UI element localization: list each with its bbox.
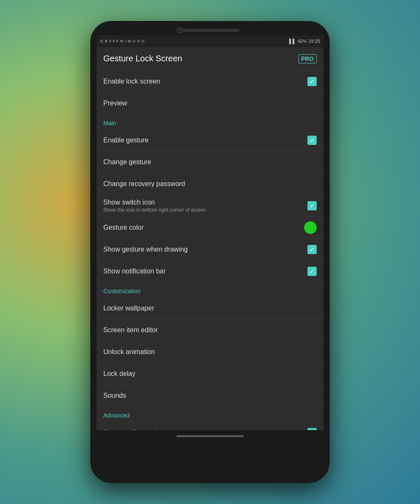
status-bar: ⊡ ⬇ F F F ✉ ↕ M ⊙ ⊙ ⊙ ▌▌ 42% 19:25 [97,35,323,47]
status-icons-right: ▌▌ 42% 19:25 [289,39,320,44]
list-item-change-recovery-password[interactable]: Change recovery password [97,173,323,195]
signal-icon: ▌▌ [289,39,296,44]
status-icon-f3: F [116,39,119,43]
checkbox-show-notification-bar-icon[interactable]: ✓ [307,428,317,430]
checkbox-enable-lock-screen[interactable]: ✓ [307,77,317,86]
label-sounds: Sounds [103,392,126,399]
status-icon-sim: ⊡ [100,39,103,43]
list-item-unlock-animation[interactable]: Unlock animation [97,341,323,363]
phone-speaker-top [181,29,239,32]
status-icon-sync: ↕ [125,39,127,43]
list-item-gesture-color[interactable]: Gesture color [97,217,323,239]
list-item-change-gesture[interactable]: Change gesture [97,151,323,173]
label-enable-gesture: Enable gesture [103,136,149,144]
status-icon-circle2: ⊙ [137,39,140,43]
label-unlock-animation: Unlock animation [103,348,155,356]
list-item-screen-item-editor[interactable]: Screen item editor [97,319,323,341]
list-item-show-notification-bar-icon[interactable]: Show notification bar icon ✓ [97,422,323,430]
app-bar: Gesture Lock Screen PRO [97,47,323,71]
phone-home-bar[interactable] [176,435,244,437]
label-preview: Preview [103,100,127,107]
section-header-customization: Customization [97,282,323,297]
sublabel-show-switch-icon: Show the icon in bottom right corner of … [103,207,206,213]
label-enable-lock-screen: Enable lock screen [103,78,160,85]
status-icon-f2: F [113,39,116,43]
section-header-main: Main [97,114,323,129]
list-item-preview[interactable]: Preview [97,92,323,114]
list-item-show-switch-icon[interactable]: Show switch icon Show the icon in bottom… [97,195,323,217]
section-header-advanced-text: Advanced [103,412,129,419]
label-show-gesture-drawing: Show gesture when drawing [103,246,188,253]
status-icon-f1: F [109,39,112,43]
label-screen-item-editor: Screen item editor [103,326,158,334]
checkbox-show-gesture-drawing[interactable]: ✓ [307,245,317,254]
status-icon-circle3: ⊙ [142,39,145,43]
list-item-enable-lock-screen[interactable]: Enable lock screen ✓ [97,71,323,92]
label-change-gesture: Change gesture [103,158,151,166]
list-item-lock-delay[interactable]: Lock delay [97,363,323,385]
label-show-switch-icon: Show switch icon [103,199,206,206]
label-gesture-color: Gesture color [103,224,144,231]
checkbox-enable-gesture[interactable]: ✓ [307,136,317,145]
gesture-color-dot[interactable] [304,221,317,234]
list-item-show-gesture-drawing[interactable]: Show gesture when drawing ✓ [97,239,323,260]
label-show-notification-bar-icon: Show notification bar icon [103,429,180,430]
status-icon-msg: ✉ [120,39,123,43]
status-icons-left: ⊡ ⬇ F F F ✉ ↕ M ⊙ ⊙ ⊙ [100,39,145,43]
status-icon-down: ⬇ [105,39,108,43]
status-icon-m: M [128,39,131,43]
battery-text: 42% [297,39,307,44]
list-item-show-notification-bar[interactable]: Show notification bar ✓ [97,260,323,282]
checkbox-show-notification-bar[interactable]: ✓ [307,267,317,276]
pro-badge: PRO [298,54,317,63]
label-lock-delay: Lock delay [103,370,136,378]
list-item-sounds[interactable]: Sounds [97,385,323,407]
phone-screen: ⊡ ⬇ F F F ✉ ↕ M ⊙ ⊙ ⊙ ▌▌ 42% 19:25 Gestu… [97,35,323,430]
section-header-advanced: Advanced [97,407,323,422]
app-title: Gesture Lock Screen [103,54,182,63]
status-icon-circle1: ⊙ [132,39,136,43]
label-show-notification-bar: Show notification bar [103,268,166,275]
settings-list[interactable]: Enable lock screen ✓ Preview Main Enable… [97,71,323,430]
checkbox-show-switch-icon[interactable]: ✓ [307,201,317,210]
label-locker-wallpaper: Locker wallpaper [103,304,154,312]
label-change-recovery-password: Change recovery password [103,180,185,188]
phone-shell: ⊡ ⬇ F F F ✉ ↕ M ⊙ ⊙ ⊙ ▌▌ 42% 19:25 Gestu… [90,21,330,483]
section-header-customization-text: Customization [103,288,141,294]
list-item-enable-gesture[interactable]: Enable gesture ✓ [97,129,323,151]
time-text: 19:25 [308,39,320,44]
list-item-locker-wallpaper[interactable]: Locker wallpaper [97,297,323,319]
phone-camera [176,27,183,34]
section-header-main-text: Main [103,120,116,126]
